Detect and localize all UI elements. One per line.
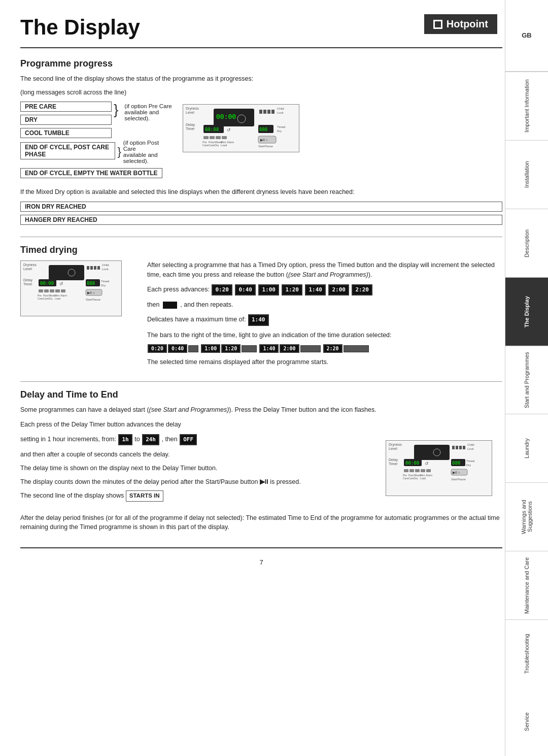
prog-box-end-cycle-post: END OF CYCLE, POST CARE PHASE bbox=[20, 142, 115, 159]
mixed-dry-text: If the Mixed Dry option is available and… bbox=[20, 187, 502, 197]
timed-machine-diagram: Dryness Level Child Lock Delay Timer bbox=[20, 260, 132, 371]
timed-machine-svg: Dryness Level Child Lock Delay Timer bbox=[20, 260, 122, 316]
svg-rect-22 bbox=[216, 136, 221, 139]
title-divider bbox=[20, 47, 502, 48]
svg-rect-56 bbox=[44, 289, 49, 292]
svg-rect-92 bbox=[409, 469, 414, 472]
svg-rect-8 bbox=[271, 110, 275, 114]
delay-off-box: OFF bbox=[180, 434, 197, 446]
nav-start-programmes[interactable]: Start and Programmes bbox=[505, 346, 548, 414]
hotpoint-brand-name: Hotpoint bbox=[447, 18, 488, 30]
svg-text:Dryness: Dryness bbox=[23, 263, 37, 267]
nav-warnings[interactable]: Warnings and Suggestions bbox=[505, 482, 548, 551]
svg-text:↺: ↺ bbox=[227, 127, 231, 133]
svg-rect-58 bbox=[55, 289, 60, 292]
annotation1-label: (if option Pre Care bbox=[124, 103, 172, 109]
svg-text:Delay: Delay bbox=[186, 123, 195, 127]
svg-rect-40 bbox=[87, 266, 89, 270]
svg-text:Timed: Timed bbox=[277, 125, 285, 128]
svg-rect-74 bbox=[414, 445, 450, 460]
svg-text:Care: Care bbox=[403, 477, 408, 480]
svg-rect-76 bbox=[452, 446, 455, 449]
time-020: 0:20 bbox=[212, 284, 232, 296]
iron-dry-box: IRON DRY REACHED bbox=[20, 202, 502, 212]
timed-info: After selecting a programme that has a T… bbox=[147, 260, 502, 371]
svg-text:00:00: 00:00 bbox=[405, 461, 419, 466]
svg-text:Timer: Timer bbox=[23, 282, 32, 286]
svg-text:↺: ↺ bbox=[59, 281, 63, 286]
time-200: 2:00 bbox=[328, 284, 349, 296]
svg-text:888: 888 bbox=[87, 281, 95, 286]
svg-text:Delay: Delay bbox=[23, 278, 32, 282]
nav-installation[interactable]: Installation bbox=[505, 140, 548, 209]
nav-maintenance[interactable]: Maintenance and Care bbox=[505, 551, 548, 619]
svg-rect-93 bbox=[415, 469, 420, 472]
timed-drying-heading: Timed drying bbox=[20, 245, 502, 255]
svg-text:Care: Care bbox=[202, 144, 209, 147]
svg-text:Load: Load bbox=[55, 297, 60, 300]
svg-text:Alarm: Alarm bbox=[60, 294, 67, 297]
side-navigation: GB Important Information Installation De… bbox=[505, 0, 548, 756]
timed-then: then , and then repeats. bbox=[147, 300, 502, 310]
bar-040: 0:40 bbox=[168, 344, 187, 353]
svg-rect-95 bbox=[426, 469, 431, 472]
svg-text:Alarm: Alarm bbox=[426, 474, 432, 477]
time-040: 0:40 bbox=[235, 284, 256, 296]
svg-text:Level: Level bbox=[389, 447, 397, 450]
svg-rect-6 bbox=[263, 110, 266, 114]
svg-rect-91 bbox=[404, 469, 408, 472]
bar-indicator-1 bbox=[188, 345, 198, 352]
dry-reached-list: IRON DRY REACHED HANGER DRY REACHED bbox=[20, 202, 502, 226]
svg-rect-5 bbox=[259, 110, 262, 114]
delay-second-line: The second line of the display shows STA… bbox=[20, 490, 370, 501]
svg-text:Timed: Timed bbox=[466, 459, 474, 463]
bar-120: 1:20 bbox=[221, 344, 241, 353]
svg-rect-23 bbox=[222, 136, 227, 139]
svg-text:Dryness: Dryness bbox=[389, 443, 402, 447]
nav-gb[interactable]: GB bbox=[505, 0, 548, 72]
svg-rect-43 bbox=[97, 266, 100, 270]
starts-text: The selected time remains displayed afte… bbox=[147, 357, 502, 367]
programme-progress-heading: Programme progress bbox=[20, 58, 502, 69]
svg-text:Level: Level bbox=[23, 267, 32, 271]
machine-diagram-area: Dryness Level 00:00 Child bbox=[183, 102, 502, 180]
svg-rect-78 bbox=[459, 446, 462, 449]
svg-text:Start/Pause: Start/Pause bbox=[86, 298, 100, 301]
svg-text:Care: Care bbox=[43, 297, 49, 300]
svg-text:Timer: Timer bbox=[389, 462, 398, 466]
svg-rect-59 bbox=[61, 289, 65, 292]
svg-text:Care: Care bbox=[209, 144, 215, 147]
section-divider-1 bbox=[20, 237, 502, 237]
timed-para1: After selecting a programme that has a T… bbox=[147, 260, 502, 280]
nav-description[interactable]: Description bbox=[505, 209, 548, 277]
bars-text: The bars to the right of the time, light… bbox=[147, 331, 502, 340]
bar-220: 2:20 bbox=[323, 344, 342, 353]
bar-100: 1:00 bbox=[201, 344, 220, 353]
nav-the-display[interactable]: The Display bbox=[505, 277, 548, 346]
delay-para1: Some programmes can have a delayed start… bbox=[20, 405, 502, 415]
svg-text:Start/Pause: Start/Pause bbox=[451, 478, 466, 481]
bar-indicator-3 bbox=[300, 345, 321, 352]
svg-text:Lock: Lock bbox=[467, 447, 474, 450]
annotation1-text: available and selected). bbox=[124, 109, 159, 121]
section-divider-2 bbox=[20, 381, 502, 382]
svg-text:Dryness: Dryness bbox=[186, 107, 199, 111]
svg-text:Timed: Timed bbox=[101, 280, 109, 283]
machine-diagram-svg: Dryness Level 00:00 Child bbox=[183, 104, 299, 152]
programme-progress-section: Programme progress The second line of th… bbox=[20, 58, 502, 226]
svg-text:Timer: Timer bbox=[186, 127, 195, 130]
nav-laundry[interactable]: Laundry bbox=[505, 414, 548, 482]
svg-text:Dry: Dry bbox=[466, 464, 471, 467]
time-100: 1:00 bbox=[258, 284, 279, 296]
nav-important-info[interactable]: Important Information bbox=[505, 72, 548, 140]
svg-text:Dry: Dry bbox=[49, 297, 53, 300]
nav-troubleshooting[interactable]: Troubleshooting bbox=[505, 619, 548, 688]
hotpoint-logo-icon bbox=[433, 20, 442, 29]
svg-text:Lock: Lock bbox=[277, 111, 284, 114]
timed-advances: Each press advances: 0:20 0:40 1:00 1:20… bbox=[147, 284, 502, 297]
svg-text:Care: Care bbox=[408, 477, 414, 480]
delicates-time: 1:40 bbox=[248, 314, 269, 326]
time-220: 2:20 bbox=[352, 284, 372, 296]
nav-service[interactable]: Service bbox=[505, 688, 548, 756]
svg-text:888: 888 bbox=[452, 461, 460, 466]
